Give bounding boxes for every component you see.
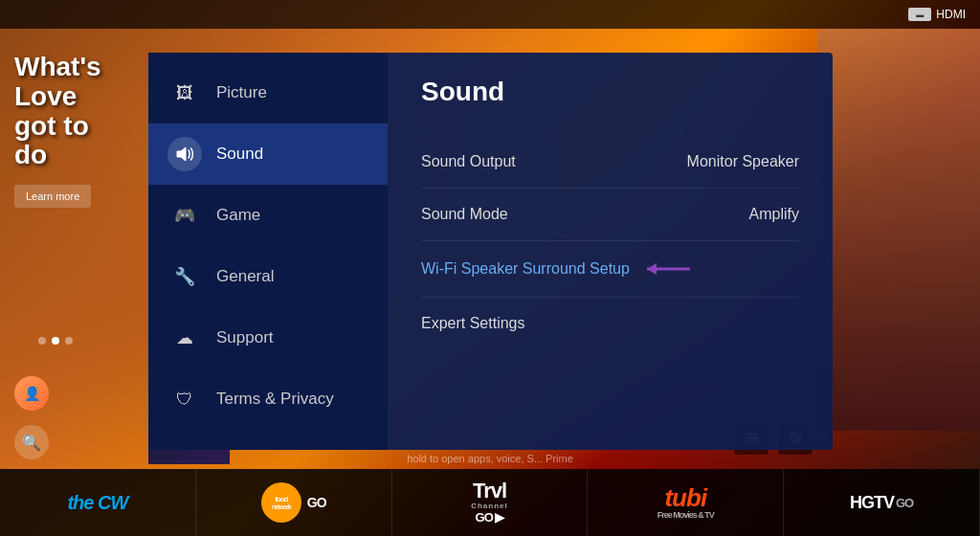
page-dots (38, 337, 73, 345)
hdmi-label: HDMI (936, 8, 966, 21)
left-bottom-controls: 👤 🔍 (14, 376, 49, 459)
sound-output-row[interactable]: Sound Output Monitor Speaker (421, 136, 799, 189)
svg-marker-1 (647, 263, 657, 275)
general-icon: 🔧 (167, 259, 202, 294)
terms-icon: 🛡 (167, 382, 202, 416)
sidebar-item-terms[interactable]: 🛡 Terms & Privacy (148, 368, 388, 430)
expert-settings-label: Expert Settings (421, 315, 525, 332)
hgtv-go-label: GO (896, 496, 913, 510)
dot-3 (65, 337, 73, 345)
sidebar-item-sound[interactable]: Sound (148, 123, 388, 185)
picture-icon: 🖼 (167, 76, 202, 110)
sidebar-label-game: Game (216, 206, 260, 225)
arrow-icon (637, 258, 695, 279)
hdmi-badge: ▬ HDMI (908, 8, 966, 21)
sound-output-label: Sound Output (421, 153, 516, 170)
show-image-area (817, 29, 980, 431)
channel-hgtv[interactable]: HGTV GO (784, 469, 980, 536)
sidebar-item-picture[interactable]: 🖼 Picture (148, 62, 388, 123)
hdmi-icon: ▬ (908, 8, 931, 21)
tubi-logo: tubi (664, 485, 706, 510)
dot-1 (38, 337, 46, 345)
cw-logo: the CW (67, 492, 127, 514)
settings-overlay: 🖼 Picture Sound 🎮 Game 🔧 General ☁ Suppo… (148, 53, 833, 450)
channel-text: Channel (471, 502, 508, 510)
wifi-speaker-label: Wi-Fi Speaker Surround Setup (421, 260, 630, 278)
panel-title: Sound (421, 77, 799, 107)
support-icon: ☁ (167, 321, 202, 355)
sidebar-label-general: General (216, 267, 274, 286)
bottom-hint-text: hold to open apps, voice, S... Prime (191, 453, 789, 464)
sound-mode-row[interactable]: Sound Mode Amplify (421, 189, 799, 241)
sidebar-label-support: Support (216, 328, 274, 347)
sound-mode-value: Amplify (749, 206, 799, 223)
learn-more-button[interactable]: Learn more (14, 185, 91, 208)
sidebar-label-picture: Picture (216, 83, 267, 102)
sidebar-label-sound: Sound (216, 145, 263, 164)
food-logo: food network (261, 482, 301, 523)
wifi-speaker-row-content: Wi-Fi Speaker Surround Setup (421, 258, 695, 279)
hgtv-logo: HGTV (850, 493, 894, 513)
content-panel: Sound Sound Output Monitor Speaker Sound… (388, 53, 833, 450)
sidebar-item-general[interactable]: 🔧 General (148, 246, 388, 307)
expert-settings-row[interactable]: Expert Settings (421, 298, 799, 349)
sidebar-label-terms: Terms & Privacy (216, 390, 334, 409)
search-button[interactable]: 🔍 (14, 425, 49, 459)
bottom-channel-bar: the CW food network GO Trvl Channel GO ▶… (0, 469, 980, 536)
channel-food[interactable]: food network GO (196, 469, 392, 536)
channel-cw[interactable]: the CW (0, 469, 196, 536)
wifi-speaker-row[interactable]: Wi-Fi Speaker Surround Setup (421, 241, 799, 298)
settings-sidebar: 🖼 Picture Sound 🎮 Game 🔧 General ☁ Suppo… (148, 53, 388, 450)
sound-output-value: Monitor Speaker (687, 153, 799, 170)
game-icon: 🎮 (167, 198, 202, 233)
food-go-label: GO (307, 495, 326, 510)
top-bar: ▬ HDMI (0, 0, 980, 29)
sound-mode-label: Sound Mode (421, 206, 508, 223)
sound-icon (167, 137, 202, 171)
movie-title: What'sLovegot todo (14, 53, 134, 170)
sidebar-item-support[interactable]: ☁ Support (148, 307, 388, 368)
avatar[interactable]: 👤 (14, 376, 49, 411)
tubi-tagline: Free Movies & TV (657, 510, 714, 520)
trvl-logo: Trvl (473, 480, 506, 502)
channel-trvl[interactable]: Trvl Channel GO ▶ (392, 469, 589, 536)
channel-tubi[interactable]: tubi Free Movies & TV (588, 469, 784, 536)
trvl-go-label: GO ▶ (476, 510, 504, 525)
dot-2 (52, 337, 59, 345)
sidebar-item-game[interactable]: 🎮 Game (148, 185, 388, 246)
